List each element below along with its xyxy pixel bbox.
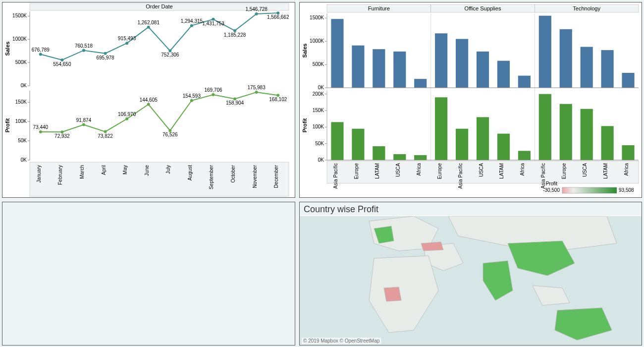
bar-category-label: USCA <box>479 163 484 177</box>
profit-line <box>41 92 278 132</box>
profit-value-label: 76,526 <box>162 132 178 137</box>
bar-category-label: LATAM <box>499 163 504 179</box>
profit-value-label: 154,593 <box>183 93 201 99</box>
sales-value-label: 1,294,315 <box>181 18 203 24</box>
legend-label: Profit <box>546 181 558 186</box>
profit-bar[interactable] <box>622 145 634 160</box>
category-region-panel: FurnitureOffice SuppliesTechnology0K500K… <box>299 2 642 198</box>
profit-bar[interactable] <box>581 109 593 160</box>
legend-min: -30,500 <box>543 187 560 193</box>
sales-point[interactable] <box>125 42 128 45</box>
sales-point[interactable] <box>147 26 150 29</box>
map-country-negative[interactable] <box>384 287 401 301</box>
profit-point[interactable] <box>125 117 128 120</box>
profit-value-label: 169,706 <box>204 87 222 93</box>
svg-rect-11 <box>30 162 289 196</box>
sales-bar[interactable] <box>331 19 343 88</box>
sales-bar[interactable] <box>414 79 427 88</box>
bar-category-label: USCA <box>395 163 401 177</box>
sales-value-label: 760,518 <box>75 43 93 49</box>
bar-profit-ytick: 200K <box>313 91 324 97</box>
profit-point[interactable] <box>255 91 258 94</box>
sales-value-label: 1,431,753 <box>202 21 224 26</box>
profit-bar[interactable] <box>414 155 427 160</box>
bar-category-label: LATAM <box>375 163 380 179</box>
bar-profit-ytick: 0K <box>318 157 324 163</box>
month-label: August <box>187 165 193 180</box>
color-legend <box>562 187 617 193</box>
bar-sales-ytick: 0K <box>318 85 324 90</box>
month-label: March <box>79 165 85 179</box>
bar-profit-ylabel: Profit <box>302 118 308 132</box>
profit-point[interactable] <box>39 130 42 133</box>
profit-bar[interactable] <box>435 97 447 160</box>
profit-bar[interactable] <box>497 134 510 160</box>
sales-bar[interactable] <box>373 49 385 88</box>
sales-bar[interactable] <box>497 61 510 88</box>
profit-value-label: 73,440 <box>33 124 48 130</box>
profit-point[interactable] <box>212 93 215 96</box>
sales-value-label: 915,493 <box>118 36 136 41</box>
blank-panel <box>2 202 295 346</box>
sales-value-label: 1,566,662 <box>267 14 289 20</box>
profit-value-label: 168,102 <box>269 97 287 102</box>
sales-point[interactable] <box>255 12 258 15</box>
sales-bar[interactable] <box>477 52 489 88</box>
profit-point[interactable] <box>82 123 85 126</box>
profit-value-label: 91,874 <box>76 117 92 123</box>
line-chart-title: Order Date <box>146 3 172 9</box>
sales-bar[interactable] <box>581 47 593 88</box>
sales-value-label: 1,262,081 <box>137 20 160 25</box>
map-body[interactable]: © 2019 Mapbox © OpenStreetMap <box>300 216 642 345</box>
sales-ytick: 0K <box>21 83 27 88</box>
map-title: Country wise Profit <box>300 202 642 216</box>
profit-bar[interactable] <box>456 129 468 160</box>
sales-point[interactable] <box>39 53 42 56</box>
sales-bar[interactable] <box>539 16 551 88</box>
profit-ylabel: Profit <box>4 118 10 132</box>
profit-bar[interactable] <box>393 154 406 160</box>
profit-ytick: 150K <box>15 99 27 105</box>
profit-bar[interactable] <box>477 117 489 160</box>
profit-bar[interactable] <box>518 151 531 160</box>
bar-category-label: Africa <box>416 163 422 176</box>
bar-category-label: LATAM <box>603 163 608 179</box>
map-country-negative[interactable] <box>421 242 443 251</box>
sales-bar[interactable] <box>622 73 634 88</box>
profit-bar[interactable] <box>560 104 572 160</box>
sales-point[interactable] <box>190 24 193 27</box>
sales-point[interactable] <box>82 49 85 52</box>
sales-value-label: 1,185,228 <box>224 32 246 38</box>
sales-bar[interactable] <box>518 76 531 88</box>
sales-bar[interactable] <box>560 29 572 88</box>
profit-bar[interactable] <box>331 122 343 160</box>
sales-ytick: 1000K <box>12 36 27 42</box>
profit-value-label: 106,970 <box>118 112 136 117</box>
month-label: July <box>165 165 171 174</box>
profit-point[interactable] <box>190 99 193 102</box>
profit-bar[interactable] <box>539 94 551 160</box>
month-label: February <box>57 165 63 185</box>
sales-bar[interactable] <box>352 46 364 88</box>
month-label: January <box>36 165 42 183</box>
profit-bar[interactable] <box>601 126 614 160</box>
sales-bar[interactable] <box>393 52 406 88</box>
sales-bar[interactable] <box>435 33 447 88</box>
month-label: May <box>122 165 128 174</box>
bar-category-label: USCA <box>582 163 588 177</box>
bar-profit-ytick: 50K <box>315 141 324 146</box>
bar-sales-ytick: 500K <box>313 61 324 67</box>
profit-bar[interactable] <box>373 146 385 160</box>
profit-point[interactable] <box>147 103 150 106</box>
sales-bar[interactable] <box>601 50 614 88</box>
bar-category-label: Europe <box>561 163 567 179</box>
sales-value-label: 676,789 <box>32 47 50 53</box>
sales-bar[interactable] <box>456 39 468 88</box>
bar-category-label: Asia Pacific <box>540 163 546 189</box>
bar-sales-ytick: 1000K <box>310 38 324 44</box>
map-attribution: © 2019 Mapbox © OpenStreetMap <box>302 338 381 344</box>
profit-bar[interactable] <box>352 129 364 160</box>
month-label: November <box>252 165 258 188</box>
bar-category-label: Africa <box>520 163 525 176</box>
month-label: October <box>230 165 236 182</box>
